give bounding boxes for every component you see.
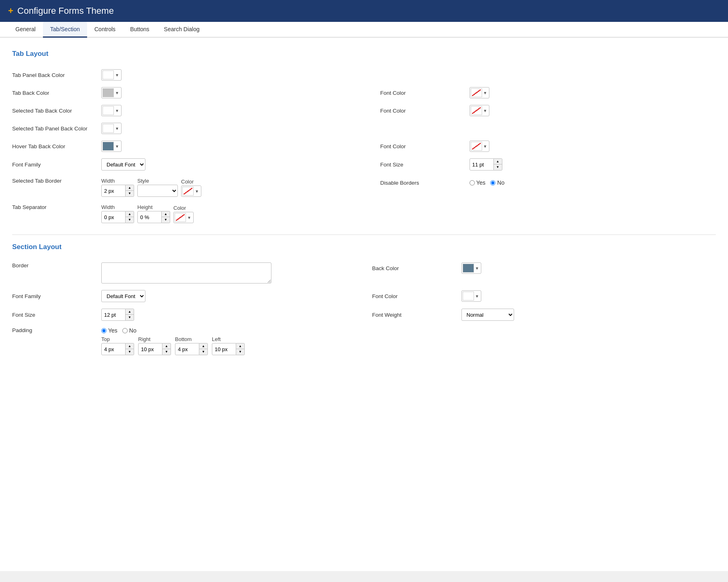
tab-panel-back-color-btn[interactable]: ▼ — [101, 69, 122, 81]
section-padding-right-input[interactable] — [138, 343, 162, 355]
section-font-weight-select[interactable]: Normal Bold Italic — [461, 309, 514, 321]
disable-borders-no[interactable]: No — [490, 179, 504, 186]
tab-general[interactable]: General — [8, 22, 43, 38]
section-font-family-select[interactable]: Default Font — [101, 290, 145, 302]
tab-font-family-select[interactable]: Default Font — [101, 158, 145, 171]
section-padding-no-radio[interactable] — [122, 328, 128, 333]
tab-font-family-control[interactable]: Default Font — [101, 158, 145, 171]
section-padding-no-label: No — [129, 327, 137, 334]
section-padding-top-down[interactable]: ▼ — [126, 349, 134, 355]
section-font-size-btns: ▲ ▼ — [126, 309, 134, 321]
section-back-color-control[interactable]: ▼ — [461, 262, 482, 274]
hover-tab-back-color-btn[interactable]: ▼ — [101, 141, 122, 152]
font-color-3-control[interactable]: ▼ — [470, 141, 490, 152]
tab-separator-width-down[interactable]: ▼ — [126, 217, 134, 223]
section-font-family-left: Font Family Default Font — [12, 287, 356, 305]
tab-font-size-spinner[interactable]: ▲ ▼ — [470, 158, 502, 171]
tab-font-size-label: Font Size — [380, 162, 470, 168]
font-color-2-btn[interactable]: ▼ — [470, 105, 490, 116]
section-font-family-control[interactable]: Default Font — [101, 290, 145, 302]
section-font-size-up[interactable]: ▲ — [126, 309, 134, 315]
disable-borders-yes[interactable]: Yes — [470, 179, 486, 186]
tab-back-color-btn[interactable]: ▼ — [101, 87, 122, 98]
header-title: Configure Forms Theme — [17, 6, 114, 16]
section-padding-left-spinner[interactable]: ▲ ▼ — [212, 343, 245, 355]
font-color-2-control[interactable]: ▼ — [470, 105, 490, 116]
section-font-size-control[interactable]: ▲ ▼ — [101, 309, 134, 321]
tab-font-size-down[interactable]: ▼ — [494, 164, 502, 170]
tab-separator-color-btn[interactable]: ▼ — [173, 212, 194, 223]
section-padding-yes[interactable]: Yes — [101, 327, 117, 334]
disable-borders-no-radio[interactable] — [490, 180, 495, 185]
disable-borders-label: Disable Borders — [380, 180, 470, 186]
selected-tab-back-color-btn[interactable]: ▼ — [101, 105, 122, 116]
hover-tab-back-color-control[interactable]: ▼ — [101, 141, 122, 152]
tab-separator-width-input[interactable] — [101, 211, 126, 223]
font-color-1-btn[interactable]: ▼ — [470, 87, 490, 98]
tab-separator-height-down[interactable]: ▼ — [162, 217, 170, 223]
tab-search-dialog[interactable]: Search Dialog — [157, 22, 207, 38]
selected-tab-border-width-spinner[interactable]: ▲ ▼ — [101, 185, 134, 197]
section-font-color-control[interactable]: ▼ — [461, 290, 482, 302]
section-font-weight-control[interactable]: Normal Bold Italic — [461, 309, 514, 321]
section-padding-left-down[interactable]: ▼ — [236, 349, 244, 355]
section-padding-bottom-spinner[interactable]: ▲ ▼ — [175, 343, 208, 355]
section-padding-right-spinner[interactable]: ▲ ▼ — [138, 343, 171, 355]
section-font-size-down[interactable]: ▼ — [126, 315, 134, 320]
tab-panel-back-color-control[interactable]: ▼ — [101, 69, 122, 81]
section-border-control[interactable] — [101, 262, 271, 284]
section-padding-top-spinner[interactable]: ▲ ▼ — [101, 343, 134, 355]
font-color-2-row: Font Color ▼ — [380, 102, 716, 119]
tab-separator-width-group: Width ▲ ▼ — [101, 204, 134, 223]
section-padding-no[interactable]: No — [122, 327, 137, 334]
tab-tab-section[interactable]: Tab/Section — [43, 22, 87, 38]
tab-buttons[interactable]: Buttons — [123, 22, 156, 38]
section-font-size-left: Font Size ▲ ▼ — [12, 305, 356, 324]
section-padding-bottom-input[interactable] — [175, 343, 199, 355]
selected-tab-border-color-btn[interactable]: ▼ — [181, 185, 201, 197]
selected-tab-panel-back-color-swatch — [102, 124, 114, 133]
tab-font-size-control[interactable]: ▲ ▼ — [470, 158, 502, 171]
selected-tab-back-color-control[interactable]: ▼ — [101, 105, 122, 116]
selected-tab-border-style-select[interactable] — [137, 185, 178, 197]
header-icon: + — [8, 6, 13, 16]
selected-tab-border-width-up[interactable]: ▲ — [126, 185, 134, 191]
selected-tab-border-width-input[interactable] — [101, 185, 126, 197]
tab-separator-height-up[interactable]: ▲ — [162, 211, 170, 217]
section-font-color-btn[interactable]: ▼ — [461, 290, 482, 302]
tab-controls[interactable]: Controls — [87, 22, 123, 38]
tab-font-size-up[interactable]: ▲ — [494, 159, 502, 164]
tab-separator-color-arrow: ▼ — [186, 215, 192, 220]
font-color-3-btn[interactable]: ▼ — [470, 141, 490, 152]
section-padding-top-input[interactable] — [101, 343, 126, 355]
section-padding-yes-radio[interactable] — [101, 328, 107, 333]
section-font-size-input[interactable] — [101, 309, 126, 321]
section-padding-right-down[interactable]: ▼ — [162, 349, 171, 355]
font-color-1-control[interactable]: ▼ — [470, 87, 490, 98]
selected-tab-border-width-down[interactable]: ▼ — [126, 191, 134, 196]
section-padding-left-up[interactable]: ▲ — [236, 343, 244, 349]
section-padding-top-up[interactable]: ▲ — [126, 343, 134, 349]
section-padding-right-up[interactable]: ▲ — [162, 343, 171, 349]
section-padding-left-input[interactable] — [212, 343, 236, 355]
tab-separator-height-input[interactable] — [137, 211, 162, 223]
tab-separator-height-label: Height — [137, 204, 170, 210]
selected-tab-panel-back-color-btn[interactable]: ▼ — [101, 123, 122, 134]
section-padding-bottom-up[interactable]: ▲ — [199, 343, 207, 349]
section-font-size-label: Font Size — [12, 312, 101, 318]
section-padding-top-group: Top ▲ ▼ — [101, 336, 134, 355]
selected-tab-border-row: Selected Tab Border Width ▲ ▼ — [12, 174, 716, 200]
tab-separator-width-spinner[interactable]: ▲ ▼ — [101, 211, 134, 223]
section-back-color-btn[interactable]: ▼ — [461, 262, 482, 274]
section-border-textarea[interactable] — [101, 262, 271, 284]
tab-separator-height-spinner[interactable]: ▲ ▼ — [137, 211, 170, 223]
section-padding-bottom-down[interactable]: ▼ — [199, 349, 207, 355]
tab-separator-width-up[interactable]: ▲ — [126, 211, 134, 217]
tab-back-color-row: Tab Back Color ▼ Font Color ▼ — [12, 84, 716, 102]
disable-borders-yes-radio[interactable] — [470, 180, 475, 185]
selected-tab-panel-back-color-control[interactable]: ▼ — [101, 123, 122, 134]
tab-back-color-control[interactable]: ▼ — [101, 87, 122, 98]
section-font-color-arrow: ▼ — [474, 294, 480, 298]
section-font-size-spinner[interactable]: ▲ ▼ — [101, 309, 134, 321]
tab-font-size-input[interactable] — [470, 158, 494, 171]
